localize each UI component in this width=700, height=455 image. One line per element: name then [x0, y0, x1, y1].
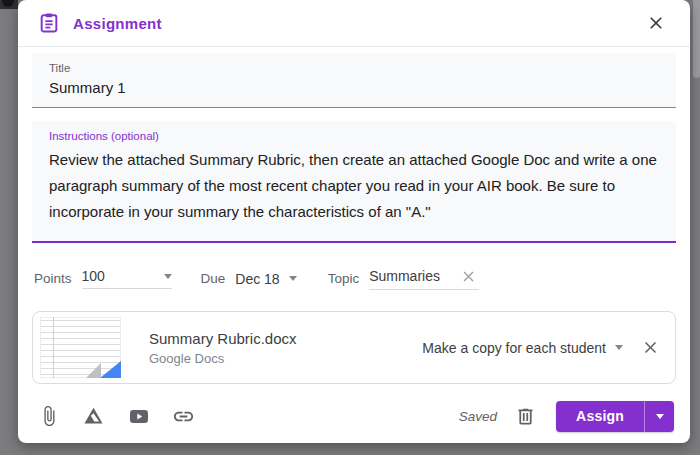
title-field-label: Title	[49, 62, 659, 74]
page-scrollbar-thumb[interactable]	[693, 0, 700, 78]
link-icon[interactable]	[161, 398, 206, 434]
instructions-field-value[interactable]: Review the attached Summary Rubric, then…	[49, 147, 659, 225]
assign-split-button: Assign	[556, 401, 674, 432]
due-label: Due	[201, 271, 226, 286]
dialog-title: Assignment	[73, 15, 162, 32]
copy-mode-dropdown[interactable]: Make a copy for each student	[422, 340, 623, 356]
assignment-dialog: Assignment Title Summary 1 Instructions …	[18, 0, 690, 443]
attachment-filename[interactable]: Summary Rubric.docx	[149, 330, 422, 347]
title-field[interactable]: Title Summary 1	[32, 53, 676, 108]
attachment-thumbnail[interactable]	[33, 312, 128, 383]
dialog-footer: Saved Assign	[18, 398, 690, 450]
document-fold-corner	[100, 361, 121, 378]
chevron-down-icon	[615, 345, 623, 350]
points-select[interactable]: 100	[82, 268, 172, 289]
chevron-down-icon	[656, 414, 664, 419]
topic-label: Topic	[328, 271, 360, 286]
dialog-header: Assignment	[18, 0, 690, 47]
document-fold-shadow	[86, 363, 101, 378]
due-date-select[interactable]: Dec 18	[235, 271, 296, 287]
assign-button[interactable]: Assign	[556, 401, 645, 432]
attachment-info: Summary Rubric.docx Google Docs	[128, 330, 422, 366]
trash-icon[interactable]	[514, 405, 536, 427]
chevron-down-icon	[164, 274, 172, 279]
topic-select[interactable]: Summaries	[369, 267, 479, 290]
points-label: Points	[34, 271, 72, 286]
clear-topic-icon[interactable]	[459, 267, 477, 285]
attach-file-icon[interactable]	[26, 398, 71, 434]
meta-row: Points 100 Due Dec 18 Topic Summaries	[34, 267, 674, 290]
close-icon[interactable]	[646, 13, 666, 33]
due-date-value: Dec 18	[235, 271, 279, 287]
chevron-down-icon	[289, 276, 297, 281]
assign-dropdown-button[interactable]	[645, 401, 674, 432]
save-status: Saved	[459, 409, 497, 424]
attachment-type: Google Docs	[149, 351, 422, 366]
title-field-value[interactable]: Summary 1	[49, 79, 659, 96]
instructions-field-label: Instructions (optional)	[49, 130, 659, 142]
points-value: 100	[82, 268, 105, 284]
instructions-field[interactable]: Instructions (optional) Review the attac…	[32, 121, 676, 243]
assignment-clipboard-icon	[38, 12, 60, 34]
copy-mode-value: Make a copy for each student	[422, 340, 606, 356]
document-preview-column	[53, 317, 54, 378]
dialog-body: Title Summary 1 Instructions (optional) …	[18, 47, 690, 398]
attachment-card[interactable]: Summary Rubric.docx Google Docs Make a c…	[32, 311, 676, 384]
remove-attachment-icon[interactable]	[640, 338, 660, 358]
google-drive-icon[interactable]	[71, 398, 116, 434]
topic-value: Summaries	[369, 268, 440, 284]
youtube-icon[interactable]	[116, 398, 161, 434]
